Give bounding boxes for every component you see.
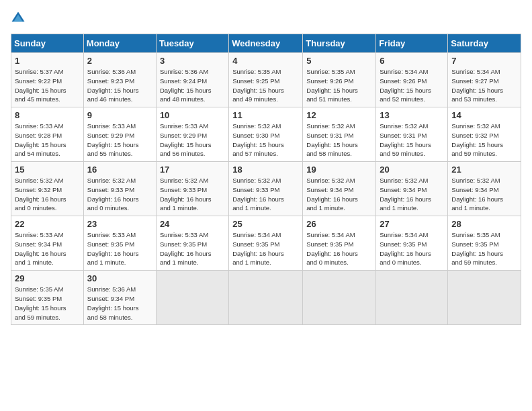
day-number: 20	[380, 165, 444, 175]
logo-icon	[11, 11, 26, 26]
day-detail: Sunrise: 5:34 AM Sunset: 9:26 PM Dayligh…	[380, 67, 444, 104]
day-detail: Sunrise: 5:33 AM Sunset: 9:29 PM Dayligh…	[87, 122, 152, 158]
calendar-week-2: 8Sunrise: 5:33 AM Sunset: 9:28 PM Daylig…	[11, 107, 521, 162]
calendar-cell: 29Sunrise: 5:35 AM Sunset: 9:35 PM Dayli…	[11, 271, 84, 325]
calendar-cell: 17Sunrise: 5:32 AM Sunset: 9:33 PM Dayli…	[156, 162, 228, 216]
calendar-cell: 11Sunrise: 5:32 AM Sunset: 9:30 PM Dayli…	[229, 107, 303, 162]
day-number: 8	[15, 110, 80, 120]
calendar-cell: 4Sunrise: 5:35 AM Sunset: 9:25 PM Daylig…	[229, 53, 303, 107]
day-number: 3	[160, 56, 225, 66]
day-number: 22	[15, 219, 80, 229]
page-header	[11, 11, 521, 26]
day-number: 18	[232, 165, 299, 175]
header-row: SundayMondayTuesdayWednesdayThursdayFrid…	[11, 34, 521, 53]
day-detail: Sunrise: 5:36 AM Sunset: 9:23 PM Dayligh…	[87, 67, 152, 104]
calendar-cell: 28Sunrise: 5:35 AM Sunset: 9:35 PM Dayli…	[448, 216, 521, 271]
calendar-cell	[376, 271, 448, 325]
day-detail: Sunrise: 5:33 AM Sunset: 9:28 PM Dayligh…	[15, 122, 80, 158]
day-number: 10	[160, 110, 225, 120]
day-detail: Sunrise: 5:35 AM Sunset: 9:26 PM Dayligh…	[306, 67, 372, 104]
calendar-cell: 10Sunrise: 5:33 AM Sunset: 9:29 PM Dayli…	[156, 107, 228, 162]
calendar-cell: 13Sunrise: 5:32 AM Sunset: 9:31 PM Dayli…	[376, 107, 448, 162]
day-detail: Sunrise: 5:32 AM Sunset: 9:30 PM Dayligh…	[232, 122, 299, 158]
day-detail: Sunrise: 5:35 AM Sunset: 9:25 PM Dayligh…	[232, 67, 299, 104]
header-day-tuesday: Tuesday	[156, 34, 228, 53]
calendar-cell: 25Sunrise: 5:34 AM Sunset: 9:35 PM Dayli…	[229, 216, 303, 271]
day-number: 9	[87, 110, 152, 120]
calendar-cell: 12Sunrise: 5:32 AM Sunset: 9:31 PM Dayli…	[303, 107, 376, 162]
calendar-cell: 1Sunrise: 5:37 AM Sunset: 9:22 PM Daylig…	[11, 53, 84, 107]
calendar-cell: 5Sunrise: 5:35 AM Sunset: 9:26 PM Daylig…	[303, 53, 376, 107]
calendar-body: 1Sunrise: 5:37 AM Sunset: 9:22 PM Daylig…	[11, 53, 521, 325]
calendar-cell: 24Sunrise: 5:33 AM Sunset: 9:35 PM Dayli…	[156, 216, 228, 271]
calendar-cell	[229, 271, 303, 325]
calendar-table: SundayMondayTuesdayWednesdayThursdayFrid…	[11, 34, 521, 325]
day-number: 21	[451, 165, 517, 175]
day-number: 1	[15, 56, 80, 66]
day-detail: Sunrise: 5:32 AM Sunset: 9:31 PM Dayligh…	[380, 122, 444, 158]
header-day-wednesday: Wednesday	[229, 34, 303, 53]
calendar-week-5: 29Sunrise: 5:35 AM Sunset: 9:35 PM Dayli…	[11, 271, 521, 325]
day-detail: Sunrise: 5:33 AM Sunset: 9:35 PM Dayligh…	[160, 230, 225, 267]
day-number: 26	[306, 219, 372, 229]
calendar-cell: 19Sunrise: 5:32 AM Sunset: 9:34 PM Dayli…	[303, 162, 376, 216]
day-detail: Sunrise: 5:33 AM Sunset: 9:29 PM Dayligh…	[160, 122, 225, 158]
calendar-cell: 21Sunrise: 5:32 AM Sunset: 9:34 PM Dayli…	[448, 162, 521, 216]
calendar-cell: 22Sunrise: 5:33 AM Sunset: 9:34 PM Dayli…	[11, 216, 84, 271]
calendar-cell: 20Sunrise: 5:32 AM Sunset: 9:34 PM Dayli…	[376, 162, 448, 216]
day-detail: Sunrise: 5:32 AM Sunset: 9:34 PM Dayligh…	[380, 176, 444, 213]
day-detail: Sunrise: 5:36 AM Sunset: 9:24 PM Dayligh…	[160, 67, 225, 104]
day-number: 4	[232, 56, 299, 66]
calendar-cell	[156, 271, 228, 325]
day-number: 11	[232, 110, 299, 120]
day-detail: Sunrise: 5:33 AM Sunset: 9:34 PM Dayligh…	[15, 230, 80, 267]
day-number: 13	[380, 110, 444, 120]
calendar-week-1: 1Sunrise: 5:37 AM Sunset: 9:22 PM Daylig…	[11, 53, 521, 107]
calendar-cell: 2Sunrise: 5:36 AM Sunset: 9:23 PM Daylig…	[83, 53, 156, 107]
day-detail: Sunrise: 5:34 AM Sunset: 9:35 PM Dayligh…	[306, 230, 372, 267]
header-day-thursday: Thursday	[303, 34, 376, 53]
day-number: 19	[306, 165, 372, 175]
day-detail: Sunrise: 5:35 AM Sunset: 9:35 PM Dayligh…	[451, 230, 517, 267]
header-day-saturday: Saturday	[448, 34, 521, 53]
header-day-monday: Monday	[83, 34, 156, 53]
calendar-header: SundayMondayTuesdayWednesdayThursdayFrid…	[11, 34, 521, 53]
day-number: 17	[160, 165, 225, 175]
calendar-cell	[303, 271, 376, 325]
day-detail: Sunrise: 5:32 AM Sunset: 9:32 PM Dayligh…	[15, 176, 80, 213]
day-detail: Sunrise: 5:35 AM Sunset: 9:35 PM Dayligh…	[15, 285, 80, 322]
calendar-cell: 3Sunrise: 5:36 AM Sunset: 9:24 PM Daylig…	[156, 53, 228, 107]
day-number: 28	[451, 219, 517, 229]
calendar-week-4: 22Sunrise: 5:33 AM Sunset: 9:34 PM Dayli…	[11, 216, 521, 271]
calendar-cell: 30Sunrise: 5:36 AM Sunset: 9:34 PM Dayli…	[83, 271, 156, 325]
day-detail: Sunrise: 5:32 AM Sunset: 9:33 PM Dayligh…	[160, 176, 225, 213]
day-number: 24	[160, 219, 225, 229]
day-detail: Sunrise: 5:34 AM Sunset: 9:35 PM Dayligh…	[232, 230, 299, 267]
header-day-sunday: Sunday	[11, 34, 84, 53]
calendar-cell: 14Sunrise: 5:32 AM Sunset: 9:32 PM Dayli…	[448, 107, 521, 162]
day-number: 23	[87, 219, 152, 229]
day-detail: Sunrise: 5:32 AM Sunset: 9:34 PM Dayligh…	[306, 176, 372, 213]
logo	[11, 11, 28, 26]
day-number: 16	[87, 165, 152, 175]
calendar-cell: 26Sunrise: 5:34 AM Sunset: 9:35 PM Dayli…	[303, 216, 376, 271]
calendar-cell	[448, 271, 521, 325]
day-detail: Sunrise: 5:33 AM Sunset: 9:35 PM Dayligh…	[87, 230, 152, 267]
calendar-cell: 23Sunrise: 5:33 AM Sunset: 9:35 PM Dayli…	[83, 216, 156, 271]
day-number: 29	[15, 273, 80, 283]
day-detail: Sunrise: 5:32 AM Sunset: 9:32 PM Dayligh…	[451, 122, 517, 158]
day-number: 5	[306, 56, 372, 66]
day-detail: Sunrise: 5:32 AM Sunset: 9:34 PM Dayligh…	[451, 176, 517, 213]
calendar-cell: 9Sunrise: 5:33 AM Sunset: 9:29 PM Daylig…	[83, 107, 156, 162]
day-detail: Sunrise: 5:34 AM Sunset: 9:35 PM Dayligh…	[380, 230, 444, 267]
day-detail: Sunrise: 5:37 AM Sunset: 9:22 PM Dayligh…	[15, 67, 80, 104]
day-detail: Sunrise: 5:34 AM Sunset: 9:27 PM Dayligh…	[451, 67, 517, 104]
day-detail: Sunrise: 5:32 AM Sunset: 9:33 PM Dayligh…	[232, 176, 299, 213]
calendar-cell: 27Sunrise: 5:34 AM Sunset: 9:35 PM Dayli…	[376, 216, 448, 271]
day-number: 12	[306, 110, 372, 120]
day-detail: Sunrise: 5:32 AM Sunset: 9:33 PM Dayligh…	[87, 176, 152, 213]
day-number: 15	[15, 165, 80, 175]
calendar-cell: 8Sunrise: 5:33 AM Sunset: 9:28 PM Daylig…	[11, 107, 84, 162]
calendar-cell: 7Sunrise: 5:34 AM Sunset: 9:27 PM Daylig…	[448, 53, 521, 107]
day-number: 14	[451, 110, 517, 120]
